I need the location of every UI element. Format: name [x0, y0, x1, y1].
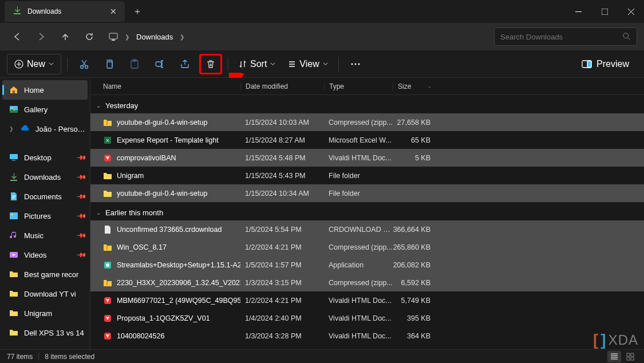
column-date[interactable]: Date modified	[240, 82, 324, 90]
file-name: Expense Report - Template light	[117, 136, 219, 144]
file-row[interactable]: Win_OSC_8.17 1/2/2024 4:21 PM Compressed…	[90, 238, 644, 256]
delete-button[interactable]	[199, 54, 222, 74]
file-row[interactable]: youtube-dl-gui-0.4-win-setup 1/15/2024 1…	[90, 184, 644, 202]
file-row[interactable]: comprovativoIBAN 1/15/2024 5:48 PM Vival…	[90, 149, 644, 167]
file-size: 364 KB	[393, 332, 436, 340]
vivaldi-icon	[103, 153, 112, 163]
breadcrumb-item[interactable]: Downloads	[136, 33, 173, 41]
file-type: Microsoft Excel W...	[324, 136, 393, 144]
file-date: 1/4/2024 2:40 PM	[240, 314, 324, 322]
sidebar-label: Downloads	[24, 173, 72, 182]
svg-rect-2	[109, 33, 117, 39]
back-button[interactable]	[7, 26, 27, 47]
file-row[interactable]: youtube-dl-gui-0.4-win-setup 1/15/2024 1…	[90, 113, 644, 131]
column-type[interactable]: Type	[324, 82, 393, 90]
rename-button[interactable]	[149, 54, 171, 74]
sidebar-item-quick[interactable]: Unigram	[0, 303, 90, 323]
file-type: Vivaldi HTML Doc...	[324, 314, 393, 322]
column-name[interactable]: Name	[90, 82, 240, 90]
svg-rect-35	[631, 353, 634, 356]
file-row[interactable]: XExpense Report - Template light 1/15/20…	[90, 131, 644, 149]
svg-point-30	[106, 263, 109, 267]
column-size[interactable]: Size⌄	[393, 82, 436, 90]
view-button[interactable]: View	[283, 54, 332, 74]
sidebar-item-quick[interactable]: Videos📌	[0, 245, 90, 265]
svg-rect-22	[12, 160, 15, 161]
svg-rect-0	[575, 11, 582, 12]
sidebar-label: Unigram	[24, 309, 85, 318]
more-button[interactable]	[345, 54, 366, 74]
chevron-down-icon	[49, 61, 54, 66]
file-type: File folder	[324, 172, 393, 180]
file-type: Vivaldi HTML Doc...	[324, 332, 393, 340]
share-button[interactable]	[174, 54, 196, 74]
chevron-right-icon: ❯	[9, 126, 15, 132]
copy-button[interactable]	[98, 54, 120, 74]
file-size: 395 KB	[393, 314, 436, 322]
search-input[interactable]	[500, 33, 623, 41]
file-row[interactable]: MBM66977021_2 (49WQ95C_49BQ95C_49... 1/2…	[90, 291, 644, 309]
breadcrumb[interactable]: ❯ Downloads ❯	[103, 32, 190, 41]
chevron-down-icon	[323, 61, 328, 66]
folder-icon	[103, 189, 112, 198]
sidebar-item-gallery[interactable]: Gallery	[0, 100, 90, 119]
sort-button[interactable]: Sort	[234, 54, 280, 74]
maximize-button[interactable]	[591, 2, 618, 21]
paste-button[interactable]	[124, 54, 145, 74]
status-bar: 77 items 8 items selected	[0, 349, 644, 363]
sidebar-item-home[interactable]: Home	[2, 80, 88, 100]
svg-text:X: X	[106, 138, 109, 143]
downloads-icon	[13, 6, 22, 17]
excel-icon: X	[103, 136, 112, 145]
vivaldi-icon	[103, 314, 112, 323]
folder-icon	[9, 211, 18, 220]
this-pc-icon	[109, 32, 118, 41]
navigation-bar: ❯ Downloads ❯	[0, 23, 644, 50]
cut-button[interactable]	[73, 54, 95, 74]
file-row[interactable]: 104008024526 1/3/2024 3:28 PM Vivaldi HT…	[90, 327, 644, 345]
close-window-button[interactable]	[618, 2, 644, 21]
preview-button[interactable]: Preview	[574, 59, 637, 69]
sidebar-item-quick[interactable]: Downloads📌	[0, 167, 90, 187]
details-view-button[interactable]	[607, 351, 621, 362]
preview-label: Preview	[596, 59, 629, 69]
file-type: Vivaldi HTML Doc...	[324, 297, 393, 305]
active-tab[interactable]: Downloads ✕	[5, 1, 125, 22]
file-row[interactable]: Streamlabs+Desktop+Setup+1.15.1-A2T2... …	[90, 256, 644, 274]
sidebar-item-quick[interactable]: Desktop📌	[0, 148, 90, 167]
sort-indicator-icon: ⌄	[428, 84, 432, 89]
app-icon	[103, 261, 112, 270]
sidebar-item-quick[interactable]: Documents📌	[0, 187, 90, 206]
sidebar-item-onedrive[interactable]: ❯ João - Personal	[0, 119, 90, 139]
thumbnails-view-button[interactable]	[623, 351, 637, 362]
refresh-button[interactable]	[79, 26, 100, 47]
file-row[interactable]: Unconfirmed 373665.crdownload 1/5/2024 5…	[90, 220, 644, 238]
file-name: Win_OSC_8.17	[117, 243, 167, 251]
new-tab-button[interactable]: ＋	[125, 1, 150, 22]
sidebar-item-quick[interactable]: Best game recor	[0, 265, 90, 284]
close-tab-button[interactable]: ✕	[110, 7, 117, 16]
group-header[interactable]: ⌄Earlier this month	[90, 204, 644, 220]
file-type: File folder	[324, 190, 393, 198]
sidebar-item-quick[interactable]: Dell XPS 13 vs 14	[0, 323, 90, 342]
file-row[interactable]: 2230_H3XX_20230906_1.32.45_V20231204 1/3…	[90, 274, 644, 291]
svg-rect-8	[107, 62, 112, 68]
file-row[interactable]: Unigram 1/15/2024 5:43 PM File folder	[90, 167, 644, 184]
group-header[interactable]: ⌄Yesterday	[90, 97, 644, 113]
file-row[interactable]: Proposta_1-1QGZK5ZV_V01 1/4/2024 2:40 PM…	[90, 309, 644, 327]
file-icon	[103, 225, 112, 234]
sidebar-item-quick[interactable]: Pictures📌	[0, 206, 90, 226]
file-name: youtube-dl-gui-0.4-win-setup	[117, 190, 207, 198]
up-button[interactable]	[55, 26, 76, 47]
sidebar-label: Download YT vi	[24, 290, 85, 298]
file-date: 1/5/2024 5:54 PM	[240, 226, 324, 234]
minimize-button[interactable]	[565, 2, 591, 21]
svg-point-24	[11, 214, 13, 216]
file-date: 1/15/2024 5:48 PM	[240, 154, 324, 162]
pin-icon: 📌	[76, 210, 86, 221]
search-box[interactable]	[494, 27, 637, 46]
sidebar-item-quick[interactable]: Download YT vi	[0, 284, 90, 303]
forward-button[interactable]	[31, 26, 52, 47]
new-button[interactable]: New	[7, 54, 61, 74]
sidebar-item-quick[interactable]: Music📌	[0, 226, 90, 245]
